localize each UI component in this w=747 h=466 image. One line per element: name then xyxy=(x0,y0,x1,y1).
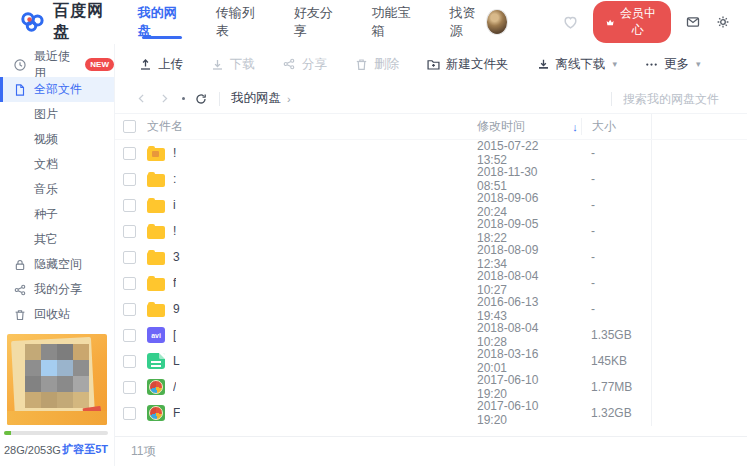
breadcrumb-root[interactable]: 我的网盘 xyxy=(231,90,281,107)
main-nav: 我的网盘传输列表好友分享功能宝箱找资源 xyxy=(138,0,486,44)
app-logo[interactable]: 百度网盘 xyxy=(20,1,116,43)
promo-banner[interactable] xyxy=(7,334,107,425)
offline-download-button[interactable]: 离线下载▾ xyxy=(536,56,618,73)
file-name[interactable]: f xyxy=(173,276,176,290)
storage-bar[interactable] xyxy=(4,431,108,435)
expand-storage-link[interactable]: 扩容至5T xyxy=(62,442,108,457)
mail-icon[interactable] xyxy=(685,14,701,30)
upload-icon xyxy=(138,57,153,72)
table-row[interactable]: :2018-11-30 08:51- xyxy=(115,166,747,192)
row-checkbox[interactable] xyxy=(123,407,136,420)
refresh-icon[interactable] xyxy=(194,92,208,106)
toolbar-button-label: 分享 xyxy=(302,56,327,73)
column-filename[interactable]: 文件名 xyxy=(147,118,477,135)
sidebar-item-3[interactable]: 视频 xyxy=(0,127,114,152)
table-row[interactable]: 92016-06-13 19:43- xyxy=(115,296,747,322)
modified-time: 2018-09-05 18:22 xyxy=(477,217,569,245)
toolbar-button-label: 下载 xyxy=(230,56,255,73)
table-row[interactable]: L2018-03-16 20:01145KB xyxy=(115,348,747,374)
table-row[interactable]: F2017-06-10 19:201.32GB xyxy=(115,400,747,426)
row-checkbox[interactable] xyxy=(123,147,136,160)
heart-icon[interactable] xyxy=(562,14,579,31)
row-check-cell xyxy=(123,407,147,420)
table-row[interactable]: f2018-08-04 10:27- xyxy=(115,270,747,296)
history-dot-icon[interactable] xyxy=(182,97,185,100)
download-button[interactable]: 下载 xyxy=(210,56,255,73)
file-name[interactable]: 9 xyxy=(173,302,180,316)
new-folder-button[interactable]: 新建文件夹 xyxy=(426,56,509,73)
table-row[interactable]: !2018-09-05 18:22- xyxy=(115,218,747,244)
sidebar-item-2[interactable]: 图片 xyxy=(0,102,114,127)
row-check-cell xyxy=(123,329,147,342)
file-name[interactable]: L xyxy=(173,354,180,368)
sidebar-item-label: 隐藏空间 xyxy=(34,256,82,273)
sidebar-item-6[interactable]: 种子 xyxy=(0,202,114,227)
more-button[interactable]: 更多▾ xyxy=(644,56,701,73)
file-name[interactable]: i xyxy=(173,198,176,212)
nav-tab-1[interactable]: 传输列表 xyxy=(216,0,264,44)
row-checkbox[interactable] xyxy=(123,199,136,212)
row-checkbox[interactable] xyxy=(123,329,136,342)
row-name-cell: f xyxy=(147,276,477,291)
row-checkbox[interactable] xyxy=(123,303,136,316)
sidebar-item-8[interactable]: 隐藏空间 xyxy=(0,252,114,277)
file-name[interactable]: 3 xyxy=(173,250,180,264)
back-icon[interactable] xyxy=(135,92,148,105)
sidebar-item-0[interactable]: 最近使用NEW xyxy=(0,52,114,77)
row-checkbox[interactable] xyxy=(123,225,136,238)
select-all-checkbox[interactable] xyxy=(123,120,136,133)
table-row[interactable]: !2015-07-22 13:52- xyxy=(115,140,747,166)
file-name[interactable]: ! xyxy=(173,146,176,160)
file-name[interactable]: : xyxy=(173,172,176,186)
app-icon xyxy=(147,379,165,395)
sidebar-item-1[interactable]: 全部文件 xyxy=(0,77,114,102)
sort-desc-icon[interactable]: ↓ xyxy=(572,121,578,133)
row-checkbox[interactable] xyxy=(123,355,136,368)
user-avatar[interactable] xyxy=(486,9,508,35)
nav-tab-4[interactable]: 找资源 xyxy=(450,0,486,44)
row-extra-cell xyxy=(651,192,731,218)
download-icon xyxy=(210,57,225,72)
nav-tab-0[interactable]: 我的网盘 xyxy=(138,0,186,44)
sidebar-item-7[interactable]: 其它 xyxy=(0,227,114,252)
search-input[interactable] xyxy=(623,92,731,106)
table-row[interactable]: /2017-06-10 19:201.77MB xyxy=(115,374,747,400)
row-check-cell xyxy=(123,199,147,212)
table-row[interactable]: 32018-08-09 12:34- xyxy=(115,244,747,270)
sidebar-item-4[interactable]: 文档 xyxy=(0,152,114,177)
row-checkbox[interactable] xyxy=(123,173,136,186)
chevron-down-icon: ▾ xyxy=(696,59,701,69)
sidebar-item-5[interactable]: 音乐 xyxy=(0,177,114,202)
settings-gear-icon[interactable] xyxy=(715,14,731,30)
chevron-right-icon: › xyxy=(287,93,291,105)
share-button[interactable]: 分享 xyxy=(282,56,327,73)
sidebar-item-9[interactable]: 我的分享 xyxy=(0,277,114,302)
row-checkbox[interactable] xyxy=(123,251,136,264)
folder-icon xyxy=(147,278,165,291)
row-checkbox[interactable] xyxy=(123,381,136,394)
toolbar-button-label: 新建文件夹 xyxy=(446,56,509,73)
sidebar-item-10[interactable]: 回收站 xyxy=(0,302,114,327)
nav-tab-3[interactable]: 功能宝箱 xyxy=(372,0,420,44)
file-name[interactable]: [ xyxy=(173,328,176,342)
table-row[interactable]: i2018-09-06 20:24- xyxy=(115,192,747,218)
nav-tab-2[interactable]: 好友分享 xyxy=(294,0,342,44)
nav-tab-label: 找资源 xyxy=(450,4,486,40)
column-size[interactable]: 大小 xyxy=(581,118,651,135)
file-size: - xyxy=(581,198,651,212)
table-row[interactable]: [2018-08-04 10:281.35GB xyxy=(115,322,747,348)
forward-icon[interactable] xyxy=(158,92,171,105)
delete-button[interactable]: 删除 xyxy=(354,56,399,73)
row-name-cell: ! xyxy=(147,224,477,239)
vip-center-button[interactable]: 会员中心 xyxy=(593,1,671,43)
column-modified-time[interactable]: 修改时间 xyxy=(477,118,569,135)
file-name[interactable]: / xyxy=(173,380,176,394)
row-checkbox[interactable] xyxy=(123,277,136,290)
upload-button[interactable]: 上传 xyxy=(138,56,183,73)
file-name[interactable]: ! xyxy=(173,224,176,238)
search-divider xyxy=(611,92,612,106)
file-name[interactable]: F xyxy=(173,406,180,420)
row-name-cell: 9 xyxy=(147,302,477,317)
sidebar-list: 最近使用NEW全部文件图片视频文档音乐种子其它隐藏空间我的分享回收站 xyxy=(0,52,114,327)
row-name-cell: 3 xyxy=(147,250,477,265)
